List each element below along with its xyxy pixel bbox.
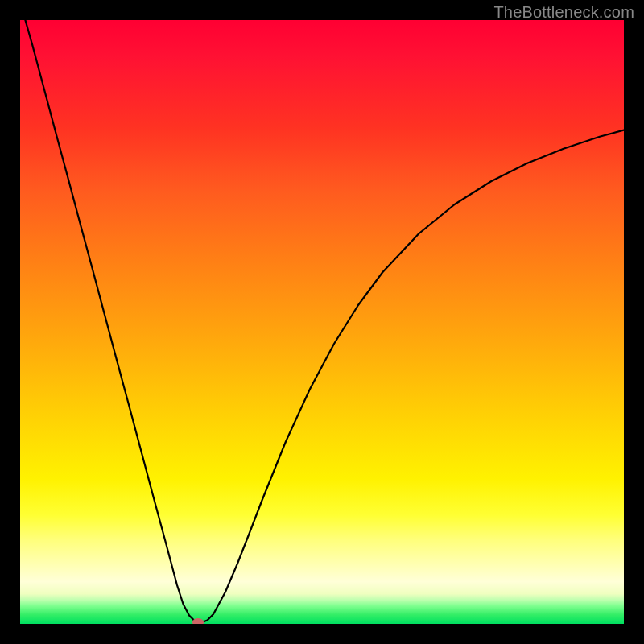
chart-frame: TheBottleneck.com	[0, 0, 644, 644]
bottleneck-curve	[20, 20, 624, 624]
plot-area	[20, 20, 624, 624]
watermark-text: TheBottleneck.com	[493, 3, 634, 22]
optimal-point-marker	[192, 618, 204, 624]
